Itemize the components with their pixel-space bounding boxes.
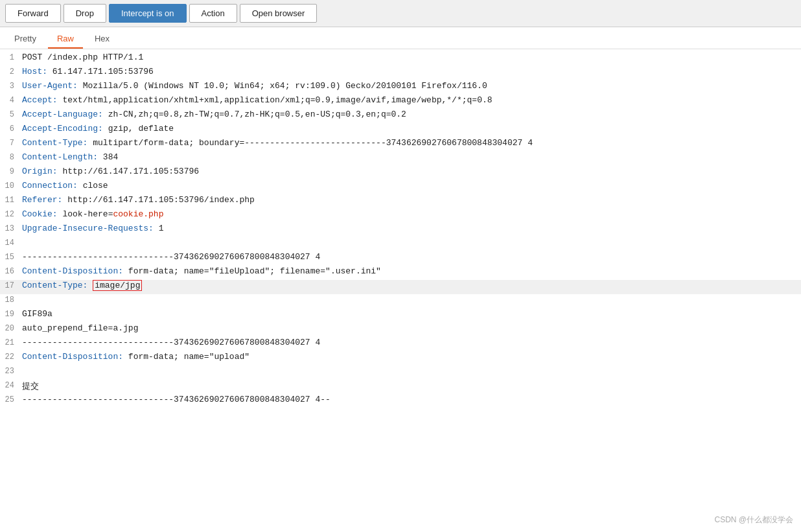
line-row: 4Accept: text/html,application/xhtml+xml… <box>0 95 801 109</box>
line-number: 15 <box>0 251 19 262</box>
request-content: 1POST /index.php HTTP/1.12Host: 61.147.1… <box>0 49 801 411</box>
line-text: Accept-Encoding: gzip, deflate <box>19 123 801 134</box>
line-text: ------------------------------3743626902… <box>19 251 801 262</box>
line-number: 8 <box>0 152 19 162</box>
line-number: 11 <box>0 194 19 205</box>
line-number: 12 <box>0 209 19 219</box>
line-row: 24提交 <box>0 380 801 394</box>
line-text: Content-Type: multipart/form-data; bound… <box>19 137 801 148</box>
line-number: 3 <box>0 80 19 91</box>
tab-hex[interactable]: Hex <box>86 30 119 49</box>
line-text: User-Agent: Mozilla/5.0 (Windows NT 10.0… <box>19 80 801 91</box>
line-row: 2Host: 61.147.171.105:53796 <box>0 66 801 80</box>
line-number: 24 <box>0 380 19 390</box>
line-number: 16 <box>0 266 19 276</box>
line-text: ------------------------------3743626902… <box>19 337 801 348</box>
line-text: Origin: http://61.147.171.105:53796 <box>19 166 801 177</box>
line-number: 10 <box>0 180 19 191</box>
line-text: 提交 <box>19 380 801 393</box>
drop-button[interactable]: Drop <box>64 4 106 23</box>
line-number: 5 <box>0 109 19 119</box>
line-text: Upgrade-Insecure-Requests: 1 <box>19 223 801 234</box>
line-row: 6Accept-Encoding: gzip, deflate <box>0 123 801 137</box>
line-number: 4 <box>0 95 19 105</box>
line-number: 20 <box>0 323 19 333</box>
line-text <box>19 294 801 305</box>
intercept-button[interactable]: Intercept is on <box>109 4 187 23</box>
line-row: 8Content-Length: 384 <box>0 152 801 166</box>
line-number: 9 <box>0 166 19 176</box>
line-row: 3User-Agent: Mozilla/5.0 (Windows NT 10.… <box>0 80 801 95</box>
toolbar: Forward Drop Intercept is on Action Open… <box>0 0 801 27</box>
line-text: Connection: close <box>19 180 801 191</box>
line-row: 9Origin: http://61.147.171.105:53796 <box>0 166 801 180</box>
line-row: 14 <box>0 237 801 251</box>
line-row: 5Accept-Language: zh-CN,zh;q=0.8,zh-TW;q… <box>0 109 801 123</box>
line-row: 18 <box>0 294 801 308</box>
line-row: 7Content-Type: multipart/form-data; boun… <box>0 137 801 152</box>
line-row: 17Content-Type: image/jpg <box>0 280 801 294</box>
line-row: 20auto_prepend_file=a.jpg <box>0 323 801 337</box>
line-number: 23 <box>0 365 19 376</box>
tab-pretty[interactable]: Pretty <box>5 30 45 49</box>
line-row: 16Content-Disposition: form-data; name="… <box>0 266 801 280</box>
forward-button[interactable]: Forward <box>5 4 61 23</box>
line-number: 1 <box>0 52 19 62</box>
line-number: 7 <box>0 137 19 148</box>
line-row: 25------------------------------37436269… <box>0 394 801 408</box>
line-number: 17 <box>0 280 19 290</box>
line-number: 19 <box>0 308 19 319</box>
open-browser-button[interactable]: Open browser <box>240 4 318 23</box>
line-row: 12Cookie: look-here=cookie.php <box>0 209 801 223</box>
line-text: Accept: text/html,application/xhtml+xml,… <box>19 95 801 106</box>
line-number: 6 <box>0 123 19 133</box>
line-number: 2 <box>0 66 19 76</box>
line-number: 22 <box>0 351 19 362</box>
line-row: 15------------------------------37436269… <box>0 251 801 266</box>
line-row: 1POST /index.php HTTP/1.1 <box>0 52 801 66</box>
line-text: Content-Disposition: form-data; name="up… <box>19 351 801 362</box>
line-row: 13Upgrade-Insecure-Requests: 1 <box>0 223 801 237</box>
line-text: ------------------------------3743626902… <box>19 394 801 405</box>
line-number: 18 <box>0 294 19 305</box>
line-number: 13 <box>0 223 19 233</box>
line-text: Content-Disposition: form-data; name="fi… <box>19 266 801 277</box>
tabs-bar: Pretty Raw Hex <box>0 27 801 49</box>
line-row: 21------------------------------37436269… <box>0 337 801 351</box>
line-text: Cookie: look-here=cookie.php <box>19 209 801 220</box>
line-number: 21 <box>0 337 19 347</box>
line-row: 10Connection: close <box>0 180 801 194</box>
line-row: 23 <box>0 365 801 380</box>
line-number: 14 <box>0 237 19 248</box>
tab-raw[interactable]: Raw <box>48 30 83 49</box>
line-text: auto_prepend_file=a.jpg <box>19 323 801 334</box>
line-text: POST /index.php HTTP/1.1 <box>19 52 801 63</box>
line-number: 25 <box>0 394 19 404</box>
line-text: Content-Length: 384 <box>19 152 801 163</box>
watermark: CSDN @什么都没学会 <box>714 515 793 526</box>
line-text: Host: 61.147.171.105:53796 <box>19 66 801 77</box>
line-row: 11Referer: http://61.147.171.105:53796/i… <box>0 194 801 209</box>
line-text: GIF89a <box>19 308 801 319</box>
line-text: Referer: http://61.147.171.105:53796/ind… <box>19 194 801 205</box>
action-button[interactable]: Action <box>189 4 237 23</box>
line-text: Accept-Language: zh-CN,zh;q=0.8,zh-TW;q=… <box>19 109 801 120</box>
line-text: Content-Type: image/jpg <box>19 280 801 291</box>
line-row: 22Content-Disposition: form-data; name="… <box>0 351 801 365</box>
line-text <box>19 365 801 376</box>
line-text <box>19 237 801 248</box>
line-row: 19GIF89a <box>0 308 801 323</box>
